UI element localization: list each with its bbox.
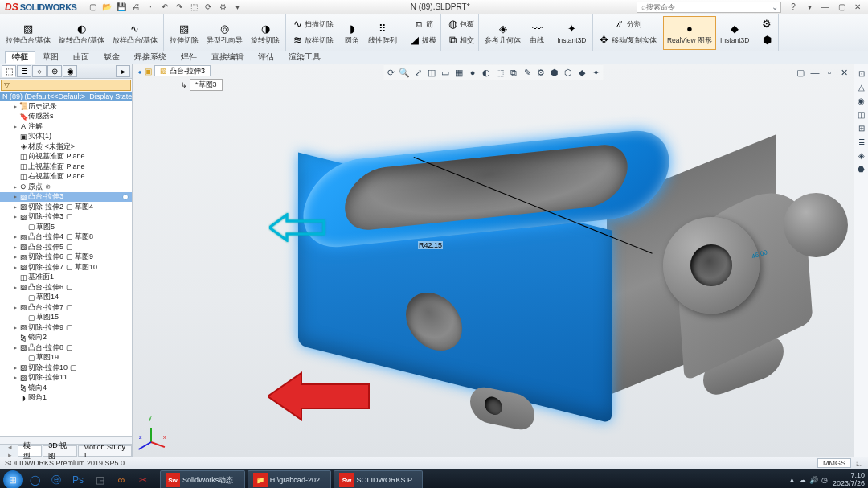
vp-restore-icon[interactable]: — — [809, 66, 821, 79]
taskbar-cap[interactable]: ✂ — [133, 470, 153, 488]
ribbon-sweep-cut[interactable]: ∿扫描切除 — [288, 16, 336, 32]
view-tool-13[interactable]: ⬡ — [562, 66, 575, 79]
cmd-tab-5[interactable]: 焊件 — [174, 51, 204, 64]
cmd-tab-4[interactable]: 焊接系统 — [127, 51, 174, 64]
config-tab-0[interactable]: 模型 — [18, 445, 42, 457]
taskpane-tab-0[interactable]: ⊡ — [856, 68, 867, 79]
dimension-radius-label[interactable]: R42.15 — [418, 241, 443, 249]
tree-item-11[interactable]: ▸▨切除-拉伸3 ▢ — [0, 212, 132, 223]
tree-expand-icon[interactable]: ▸ — [11, 203, 18, 211]
tree-item-15[interactable]: ▸▨切除-拉伸6 ▢ 草图9 — [0, 252, 132, 263]
tree-expand-icon[interactable]: ▸ — [11, 244, 18, 251]
taskbar-window-0[interactable]: SwSolidWorks动态... — [160, 470, 245, 488]
qat-more[interactable]: ▾ — [231, 2, 244, 13]
taskpane-tab-5[interactable]: ≣ — [856, 136, 867, 147]
command-search[interactable]: ⌕ ⌄ — [637, 2, 781, 13]
taskbar-window-2[interactable]: SwSOLIDWORKS P... — [334, 470, 423, 488]
breadcrumb-feature-chip[interactable]: ▧ 凸台-拉伸3 — [154, 65, 211, 76]
qat-select[interactable]: ⬚ — [187, 2, 200, 13]
taskpane-tab-3[interactable]: ◫ — [856, 109, 867, 120]
tree-item-7[interactable]: ◫右视基准面 Plane — [0, 172, 132, 182]
tree-item-2[interactable]: ▸A注解 — [0, 121, 132, 132]
cmd-tab-6[interactable]: 直接编辑 — [204, 51, 251, 64]
tree-item-20[interactable]: ▸▧凸台-拉伸7 ▢ — [0, 302, 132, 313]
command-search-input[interactable] — [646, 3, 772, 11]
tree-expand-icon[interactable]: ▸ — [11, 253, 18, 260]
breadcrumb-part-icon[interactable]: ▣ — [145, 67, 152, 76]
tree-tab-overflow[interactable]: ▸ — [116, 65, 130, 77]
view-tool-14[interactable]: ◆ — [575, 66, 588, 79]
taskpane-tab-1[interactable]: △ — [856, 81, 867, 92]
config-tab-1[interactable]: 3D 视图 — [43, 445, 76, 457]
tree-tab-4[interactable]: ◉ — [63, 65, 77, 77]
cmd-tab-8[interactable]: 渲染工具 — [281, 51, 328, 64]
tray-icon-2[interactable]: 🔊 — [809, 476, 818, 484]
ribbon-fillet[interactable]: ◗圆角 — [340, 16, 364, 50]
ribbon-move[interactable]: ✥移动/复制实体 — [595, 32, 659, 48]
taskbar-edge[interactable]: ⓔ — [47, 470, 66, 488]
vp-min-icon[interactable]: ▢ — [794, 66, 807, 79]
qat-rebuild[interactable]: ⟳ — [202, 2, 215, 13]
tree-item-23[interactable]: ⧎镜向2 — [0, 333, 132, 343]
ribbon-extrude-cut[interactable]: ▨拉伸切除 — [166, 16, 203, 50]
ribbon-p2[interactable]: ⬢ — [757, 32, 776, 48]
tree-item-25[interactable]: ▢草图19 — [0, 353, 132, 363]
view-tool-9[interactable]: ⧉ — [507, 66, 520, 79]
qat-open[interactable]: 📂 — [100, 2, 113, 13]
view-tool-15[interactable]: ✦ — [589, 66, 602, 79]
ribbon-wrap[interactable]: ◍包覆 — [443, 16, 477, 32]
tree-item-13[interactable]: ▸▧凸台-拉伸4 ▢ 草图8 — [0, 232, 132, 243]
bracket-boss-rear[interactable] — [784, 193, 848, 257]
tree-item-4[interactable]: ◈材质 <未指定> — [0, 141, 132, 152]
start-button[interactable]: ⊞ — [3, 470, 23, 488]
tree-item-17[interactable]: ◫基准面1 — [0, 273, 132, 283]
tree-item-10[interactable]: ▸▨切除-拉伸2 ▢ 草图4 — [0, 202, 132, 212]
tree-expand-icon[interactable]: ▸ — [11, 284, 18, 291]
view-tool-5[interactable]: ▦ — [452, 66, 465, 79]
breadcrumb-home-icon[interactable]: ⬥ — [137, 67, 142, 76]
ribbon-loft-cut[interactable]: ≋放样切除 — [288, 32, 336, 48]
status-units[interactable]: MMGS — [817, 458, 851, 468]
vp-close-icon[interactable]: ✕ — [837, 66, 850, 79]
ribbon-curves[interactable]: 〰曲线 — [525, 16, 549, 50]
tree-expand-icon[interactable]: ▸ — [11, 374, 18, 381]
qat-redo[interactable]: ↷ — [173, 2, 186, 13]
tree-item-27[interactable]: ▸▨切除-拉伸11 — [0, 373, 132, 383]
status-extra-icon[interactable]: ⬚ — [856, 459, 863, 467]
view-tool-11[interactable]: ⚙ — [534, 66, 547, 79]
tree-expand-icon[interactable]: ▸ — [11, 103, 18, 110]
tree-expand-icon[interactable]: ▸ — [11, 123, 18, 130]
tree-tab-3[interactable]: ⊕ — [47, 65, 62, 77]
view-tool-6[interactable]: ● — [466, 66, 479, 79]
vp-max-icon[interactable]: ▫ — [823, 66, 836, 79]
tree-expand-icon[interactable]: ▸ — [11, 233, 18, 240]
ribbon-intersect[interactable]: ⧉相交 — [443, 32, 477, 48]
minimize-button[interactable]: ▾ — [802, 2, 817, 13]
ribbon-instant3d[interactable]: ✦Instant3D — [553, 16, 590, 50]
ribbon-p1[interactable]: ⚙ — [757, 16, 776, 32]
view-tool-8[interactable]: ⬚ — [493, 66, 506, 79]
taskbar-ps[interactable]: Ps — [68, 470, 88, 488]
tray-icon-0[interactable]: ▲ — [788, 476, 796, 484]
crumb-sketch-label[interactable]: *草图3 — [190, 79, 223, 91]
taskpane-tab-6[interactable]: ◈ — [856, 150, 867, 161]
tray-icon-3[interactable]: ◷ — [821, 476, 828, 484]
tree-item-5[interactable]: ◫前视基准面 Plane — [0, 152, 132, 162]
tree-item-14[interactable]: ▸▧凸台-拉伸5 ▢ — [0, 242, 132, 252]
tree-item-29[interactable]: ◗圆角1 — [0, 393, 132, 404]
taskbar-window-1[interactable]: 📁H:\grabcad-202... — [248, 470, 332, 488]
taskbar-3dm[interactable]: ◳ — [90, 470, 109, 488]
bracket-bore[interactable] — [690, 244, 732, 286]
ribbon-rib[interactable]: ⧈筋 — [405, 16, 439, 32]
qat-opts[interactable]: ⚙ — [216, 2, 229, 13]
ribbon-revolve[interactable]: ◐旋转凸台/基体 — [55, 16, 108, 50]
tree-tab-2[interactable]: ⟐ — [32, 65, 47, 77]
tree-expand-icon[interactable]: ▸ — [11, 264, 18, 271]
qat-new[interactable]: ▢ — [86, 2, 99, 13]
tree-filter-bar[interactable]: ▽ — [1, 80, 131, 91]
tree-item-12[interactable]: ▢草图5 — [0, 222, 132, 232]
taskbar-oc[interactable]: ∞ — [112, 470, 131, 488]
search-clear-icon[interactable]: ⌄ — [772, 2, 778, 11]
tree-expand-icon[interactable]: ▸ — [11, 213, 18, 220]
tree-item-6[interactable]: ◫上视基准面 Plane — [0, 162, 132, 172]
